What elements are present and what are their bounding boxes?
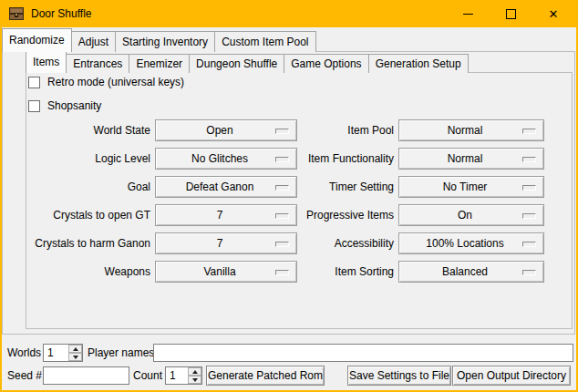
tab-randomize[interactable]: Randomize	[2, 28, 72, 52]
dropdown-indicator-icon	[275, 242, 289, 247]
tab-custom-item-pool[interactable]: Custom Item Pool	[214, 31, 315, 52]
tab-items[interactable]: Items	[26, 51, 67, 73]
spin-up-icon[interactable]	[188, 367, 201, 376]
option-label: Crystals to open GT	[27, 204, 150, 226]
worlds-spinner[interactable]: 1	[43, 344, 83, 362]
worlds-value: 1	[44, 345, 68, 361]
items-tab-pane	[26, 72, 573, 329]
dropdown-indicator-icon	[522, 185, 536, 191]
timer-setting-dropdown[interactable]: No Timer	[398, 176, 544, 198]
close-icon: ✕	[549, 8, 559, 20]
option-label: Progressive Items	[301, 204, 394, 226]
open-output-directory-button[interactable]: Open Output Directory	[452, 366, 571, 386]
spin-up-icon[interactable]	[68, 345, 82, 353]
window-title: Door Shuffle	[31, 0, 92, 27]
close-button[interactable]: ✕	[532, 0, 574, 27]
seed-input[interactable]	[43, 366, 129, 385]
spin-down-icon[interactable]	[68, 353, 82, 361]
save-settings-button[interactable]: Save Settings to File	[347, 366, 451, 386]
count-spinner[interactable]: 1	[165, 366, 202, 385]
player-names-label: Player names	[88, 344, 154, 362]
tab-enemizer[interactable]: Enemizer	[129, 54, 190, 73]
dropdown-indicator-icon	[275, 270, 289, 275]
world-state-dropdown[interactable]: Open	[155, 119, 297, 141]
shopsanity-checkbox[interactable]: Shopsanity	[28, 99, 101, 113]
minimize-icon	[463, 14, 473, 15]
logic-level-dropdown[interactable]: No Glitches	[155, 148, 297, 170]
option-label: Item Pool	[301, 119, 394, 141]
checkbox-box[interactable]	[28, 100, 40, 112]
crystals-harm-ganon-dropdown[interactable]: 7	[155, 232, 297, 254]
door-shuffle-window: Door Shuffle ✕ Randomize Adjust Starting…	[0, 0, 578, 392]
tab-dungeon-shuffle[interactable]: Dungeon Shuffle	[189, 54, 284, 73]
dropdown-indicator-icon	[522, 157, 536, 162]
crystals-open-gt-dropdown[interactable]: 7	[155, 204, 297, 226]
main-tab-bar: Randomize Adjust Starting Inventory Cust…	[2, 28, 316, 52]
dropdown-indicator-icon	[522, 129, 536, 134]
worlds-label: Worlds	[7, 344, 41, 362]
progressive-items-dropdown[interactable]: On	[398, 204, 544, 226]
dropdown-indicator-icon	[275, 157, 289, 162]
chest-icon	[9, 6, 24, 21]
dropdown-indicator-icon	[522, 213, 536, 219]
dropdown-indicator-icon	[275, 129, 289, 134]
item-pool-dropdown[interactable]: Normal	[398, 119, 544, 141]
maximize-button[interactable]	[490, 0, 532, 27]
retro-mode-checkbox[interactable]: Retro mode (universal keys)	[28, 76, 184, 89]
option-label: Timer Setting	[301, 176, 394, 198]
goal-dropdown[interactable]: Defeat Ganon	[155, 176, 297, 198]
option-label: Goal	[27, 176, 150, 198]
generate-patched-rom-button[interactable]: Generate Patched Rom	[206, 366, 325, 386]
tab-adjust[interactable]: Adjust	[71, 31, 116, 52]
option-label: Weapons	[27, 261, 150, 283]
checkbox-label: Retro mode (universal keys)	[47, 76, 184, 89]
randomize-sub-tab-bar: Items Entrances Enemizer Dungeon Shuffle…	[26, 51, 469, 73]
accessibility-dropdown[interactable]: 100% Locations	[398, 232, 544, 254]
option-label: Item Sorting	[301, 261, 394, 283]
checkbox-box[interactable]	[28, 77, 40, 88]
spin-down-icon[interactable]	[188, 376, 201, 384]
item-sorting-dropdown[interactable]: Balanced	[398, 261, 544, 283]
option-label: Logic Level	[27, 148, 150, 170]
seed-label: Seed #	[7, 366, 42, 386]
dropdown-indicator-icon	[275, 185, 289, 191]
dropdown-indicator-icon	[522, 242, 536, 247]
dropdown-indicator-icon	[522, 270, 536, 275]
option-label: Accessibility	[301, 232, 394, 254]
count-value: 1	[166, 367, 188, 384]
titlebar: Door Shuffle ✕	[0, 0, 578, 27]
tab-starting-inventory[interactable]: Starting Inventory	[115, 31, 215, 52]
option-label: Item Functionality	[301, 148, 394, 170]
count-label: Count	[133, 366, 162, 386]
dropdown-indicator-icon	[275, 213, 289, 219]
option-label: World State	[27, 119, 150, 141]
maximize-icon	[506, 9, 516, 19]
minimize-button[interactable]	[447, 0, 489, 27]
tab-generation-setup[interactable]: Generation Setup	[368, 54, 469, 73]
weapons-dropdown[interactable]: Vanilla	[155, 261, 297, 283]
item-functionality-dropdown[interactable]: Normal	[398, 148, 544, 170]
option-label: Crystals to harm Ganon	[27, 232, 150, 254]
player-names-input[interactable]	[153, 344, 573, 362]
tab-game-options[interactable]: Game Options	[284, 54, 368, 73]
tab-entrances[interactable]: Entrances	[66, 54, 129, 73]
checkbox-label: Shopsanity	[47, 99, 101, 113]
